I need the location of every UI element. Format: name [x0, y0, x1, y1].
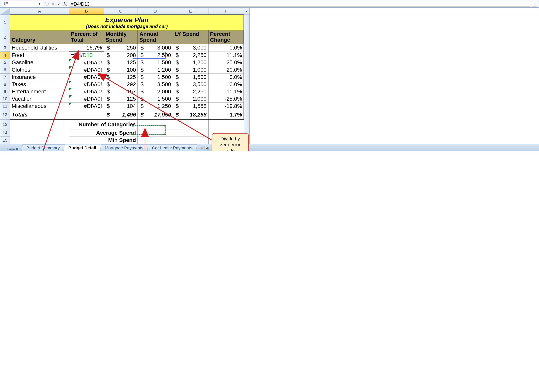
cell-D13[interactable]	[138, 120, 173, 129]
cell-F4[interactable]: 11.1%	[208, 52, 244, 59]
cell-D5[interactable]: $1,500	[138, 59, 173, 66]
cell-D6[interactable]: $1,200	[138, 66, 173, 73]
cell-A14[interactable]	[10, 129, 69, 137]
cell-C3[interactable]: $250	[104, 44, 138, 52]
cell-B6[interactable]: #DIV/0!	[69, 66, 104, 73]
cell-F7[interactable]: 0.0%	[208, 73, 244, 81]
row-header-4[interactable]: 4	[0, 52, 10, 59]
select-all-corner[interactable]	[0, 8, 10, 15]
cell-E3[interactable]: $3,000	[173, 44, 208, 52]
row-header-9[interactable]: 9	[0, 88, 10, 95]
cell-D9[interactable]: $2,000	[138, 88, 173, 95]
header-percent-change[interactable]: Percent Change	[208, 30, 244, 44]
cell-E9[interactable]: $2,250	[173, 88, 208, 95]
cell-C10[interactable]: $125	[104, 95, 138, 102]
paren-icon[interactable]	[45, 2, 48, 6]
row-header-8[interactable]: 8	[0, 81, 10, 88]
cell-C6[interactable]: $100	[104, 66, 138, 73]
cell-D12[interactable]: $17,950	[138, 110, 173, 120]
cell-E5[interactable]: $1,200	[173, 59, 208, 66]
expand-formula-bar-icon[interactable]: ⌄	[532, 1, 537, 7]
cell-D15[interactable]	[138, 137, 173, 144]
tab-mortgage-payments[interactable]: Mortgage Payments	[100, 145, 149, 151]
cell-D8[interactable]: $3,500	[138, 81, 173, 88]
cell-F9[interactable]: -11.1%	[208, 88, 244, 95]
name-box[interactable]: IF ▼	[2, 0, 43, 7]
cell-D3[interactable]: $3,000	[138, 44, 173, 52]
cell-A3[interactable]: Household Utilities	[10, 44, 69, 52]
cell-A9[interactable]: Entertainment	[10, 88, 69, 95]
tab-scroll-end[interactable]: ✴	[200, 146, 208, 151]
cell-BC14[interactable]: Average Spend	[69, 129, 138, 137]
scroll-up-icon[interactable]: ▲	[244, 8, 249, 15]
header-monthly-spend[interactable]: Monthly Spend	[104, 30, 138, 44]
col-header-D[interactable]: D	[138, 8, 173, 15]
tab-budget-summary[interactable]: Budget Summary	[21, 145, 65, 151]
cell-C7[interactable]: $125	[104, 73, 138, 81]
tab-nav-buttons[interactable]: ⏮ ◀ ▶ ⏭	[2, 147, 22, 151]
cell-C8[interactable]: $292	[104, 81, 138, 88]
col-header-B[interactable]: B	[69, 8, 104, 15]
cell-D11[interactable]: $1,250	[138, 102, 173, 110]
row-header-1[interactable]: 1	[0, 15, 10, 30]
cell-E10[interactable]: $2,000	[173, 95, 208, 102]
row-header-12[interactable]: 12	[0, 110, 10, 120]
tab-car-lease-payments[interactable]: Car Lease Payments	[147, 145, 197, 151]
cell-F12[interactable]: -1.7%	[208, 110, 244, 120]
cell-E8[interactable]: $3,500	[173, 81, 208, 88]
cell-F13[interactable]	[208, 120, 244, 129]
col-header-E[interactable]: E	[173, 8, 208, 15]
tab-first-icon[interactable]: ⏮	[5, 147, 8, 151]
cell-E4[interactable]: $2,250	[173, 52, 208, 59]
row-header-10[interactable]: 10	[0, 95, 10, 102]
col-header-A[interactable]: A	[10, 8, 69, 15]
spreadsheet-grid[interactable]: A B C D E F ▲ 1 Expense Plan (Does not i…	[0, 8, 250, 144]
cell-F5[interactable]: 25.0%	[208, 59, 244, 66]
header-percent-total[interactable]: Percent of Total	[69, 30, 104, 44]
cell-D14[interactable]	[138, 129, 173, 137]
cell-D10[interactable]: $1,500	[138, 95, 173, 102]
col-header-F[interactable]: F	[208, 8, 244, 15]
cell-A12[interactable]: Totals	[10, 110, 69, 120]
cell-E14[interactable]	[173, 129, 208, 137]
row-header-13[interactable]: 13	[0, 120, 10, 129]
col-header-C[interactable]: C	[104, 8, 138, 15]
cell-B5[interactable]: #DIV/0!	[69, 59, 104, 66]
cell-A8[interactable]: Taxes	[10, 81, 69, 88]
cell-C11[interactable]: $104	[104, 102, 138, 110]
cell-C12[interactable]: $1,496	[104, 110, 138, 120]
row-header-6[interactable]: 6	[0, 66, 10, 73]
hscroll-left-icon[interactable]	[206, 147, 208, 150]
cell-B10[interactable]: #DIV/0!	[69, 95, 104, 102]
cell-A6[interactable]: Clothes	[10, 66, 69, 73]
cell-BC15[interactable]: Min Spend	[69, 137, 138, 144]
enter-icon[interactable]: ✓	[58, 1, 61, 6]
cell-E13[interactable]	[173, 120, 208, 129]
cell-BC13[interactable]: Number of Categories	[69, 120, 138, 129]
row-header-2[interactable]: 2	[0, 30, 10, 44]
dropdown-icon[interactable]: ▼	[38, 2, 41, 5]
cell-E7[interactable]: $1,500	[173, 73, 208, 81]
cell-E6[interactable]: $1,000	[173, 66, 208, 73]
cell-F3[interactable]: 0.0%	[208, 44, 244, 52]
fx-icon[interactable]: fx	[63, 1, 67, 7]
tab-prev-icon[interactable]: ◀	[9, 147, 11, 151]
cell-A5[interactable]: Gasoline	[10, 59, 69, 66]
vertical-scrollbar[interactable]	[244, 15, 249, 144]
row-header-11[interactable]: 11	[0, 102, 10, 110]
cell-A15[interactable]	[10, 137, 69, 144]
title-cell[interactable]: Expense Plan (Does not include mortgage …	[10, 15, 244, 30]
cell-E15[interactable]	[173, 137, 208, 144]
cell-F11[interactable]: -19.8%	[208, 102, 244, 110]
cell-F10[interactable]: -25.0%	[208, 95, 244, 102]
cell-E11[interactable]: $1,558	[173, 102, 208, 110]
tab-last-icon[interactable]: ⏭	[16, 147, 19, 151]
cell-B11[interactable]: #DIV/0!	[69, 102, 104, 110]
cell-E12[interactable]: $18,258	[173, 110, 208, 120]
row-header-5[interactable]: 5	[0, 59, 10, 66]
cell-A7[interactable]: Insurance	[10, 73, 69, 81]
new-sheet-icon[interactable]: ✴	[200, 146, 204, 151]
header-ly-spend[interactable]: LY Spend	[173, 30, 208, 44]
tab-next-icon[interactable]: ▶	[13, 147, 15, 151]
cell-B4-editing[interactable]: =D4/D13	[69, 52, 104, 59]
